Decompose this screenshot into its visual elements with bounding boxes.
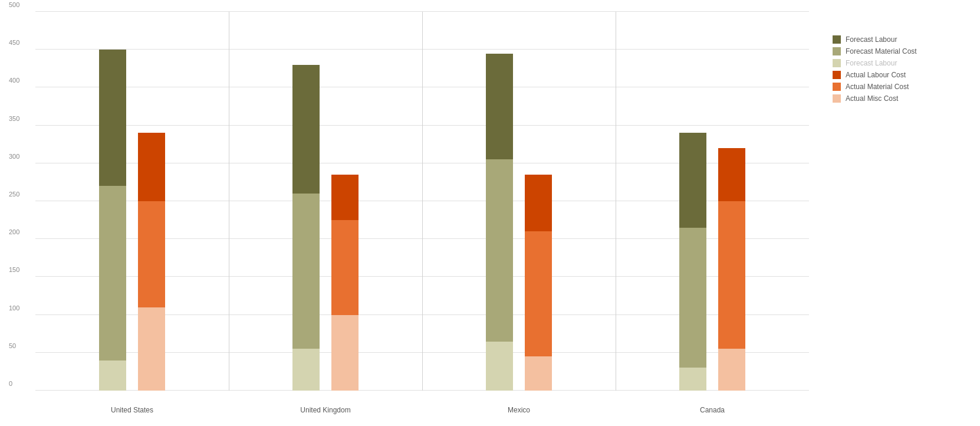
y-axis-label: 300 xyxy=(9,153,19,160)
forecast-bar-3 xyxy=(679,133,706,391)
y-axis-label: 100 xyxy=(9,304,19,312)
forecast-bar-1 xyxy=(292,65,320,391)
chart-container: 050100150200250300350400450500United Sta… xyxy=(0,0,980,426)
x-axis-label-2: Mexico xyxy=(508,406,530,414)
legend-item-5: Actual Misc Cost xyxy=(833,94,968,103)
actual-labour-segment xyxy=(718,148,745,201)
forecast-labour-segment xyxy=(486,54,513,160)
forecast-labour-light-segment xyxy=(292,349,320,391)
actual-material-segment xyxy=(525,231,552,356)
legend-swatch-4 xyxy=(833,83,841,91)
legend: Forecast LabourForecast Material CostFor… xyxy=(821,0,980,426)
forecast-bar-0 xyxy=(99,50,126,391)
forecast-labour-light-segment xyxy=(679,368,706,391)
x-axis-label-3: Canada xyxy=(700,406,725,414)
legend-label-4: Actual Material Cost xyxy=(846,83,909,91)
legend-item-2: Forecast Labour xyxy=(833,59,968,67)
y-axis-label: 250 xyxy=(9,191,19,198)
legend-swatch-1 xyxy=(833,47,841,55)
forecast-labour-segment xyxy=(292,65,320,194)
legend-item-4: Actual Material Cost xyxy=(833,83,968,91)
group-divider xyxy=(422,12,423,391)
y-axis-label: 450 xyxy=(9,39,19,46)
actual-material-segment xyxy=(718,201,745,349)
group-divider xyxy=(616,12,616,391)
actual-misc-segment xyxy=(525,356,552,391)
actual-bar-2 xyxy=(525,175,552,391)
actual-labour-segment xyxy=(138,133,165,201)
legend-label-0: Forecast Labour xyxy=(846,35,897,44)
actual-bar-1 xyxy=(331,175,359,391)
forecast-labour-light-segment xyxy=(486,342,513,391)
grid-and-bars: 050100150200250300350400450500United Sta… xyxy=(35,12,809,391)
legend-item-0: Forecast Labour xyxy=(833,35,968,44)
legend-label-1: Forecast Material Cost xyxy=(846,47,917,55)
forecast-material-segment xyxy=(99,186,126,360)
legend-item-3: Actual Labour Cost xyxy=(833,71,968,79)
group-divider xyxy=(229,12,229,391)
legend-item-1: Forecast Material Cost xyxy=(833,47,968,55)
legend-swatch-2 xyxy=(833,59,841,67)
y-axis-label: 50 xyxy=(9,342,16,349)
forecast-bar-2 xyxy=(486,54,513,391)
forecast-material-segment xyxy=(679,228,706,368)
actual-misc-segment xyxy=(331,315,359,391)
actual-labour-segment xyxy=(331,175,359,220)
actual-labour-segment xyxy=(525,175,552,231)
actual-material-segment xyxy=(331,220,359,314)
legend-swatch-0 xyxy=(833,35,841,44)
actual-misc-segment xyxy=(718,349,745,391)
legend-swatch-3 xyxy=(833,71,841,79)
y-axis-label: 150 xyxy=(9,266,19,273)
forecast-labour-segment xyxy=(99,50,126,186)
y-axis-label: 0 xyxy=(9,380,12,387)
chart-area: 050100150200250300350400450500United Sta… xyxy=(0,0,821,426)
y-axis-label: 200 xyxy=(9,228,19,235)
forecast-labour-segment xyxy=(679,133,706,227)
legend-label-3: Actual Labour Cost xyxy=(846,71,906,79)
forecast-material-segment xyxy=(292,194,320,349)
y-axis-label: 400 xyxy=(9,77,19,84)
actual-material-segment xyxy=(138,201,165,307)
x-axis-label-0: United States xyxy=(111,406,153,414)
y-axis-label: 500 xyxy=(9,1,19,8)
actual-bar-3 xyxy=(718,148,745,391)
actual-misc-segment xyxy=(138,307,165,391)
forecast-labour-light-segment xyxy=(99,361,126,391)
forecast-material-segment xyxy=(486,159,513,341)
x-axis-label-1: United Kingdom xyxy=(300,406,350,414)
legend-label-5: Actual Misc Cost xyxy=(846,94,898,103)
y-axis-label: 350 xyxy=(9,115,19,122)
legend-swatch-5 xyxy=(833,94,841,103)
legend-label-2: Forecast Labour xyxy=(846,59,897,67)
actual-bar-0 xyxy=(138,133,165,391)
